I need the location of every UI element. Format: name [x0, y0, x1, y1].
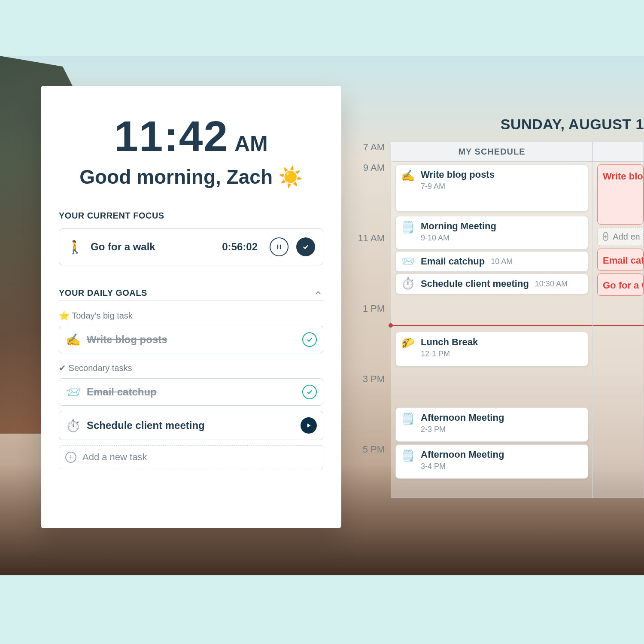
event-lunch[interactable]: 🌮 Lunch Break 12-1 PM: [395, 332, 588, 366]
col-head-other: [593, 142, 644, 161]
goal-sec1[interactable]: 📨 Email catchup: [59, 378, 323, 406]
col-my-schedule: ✍️ Write blog posts 7-9 AM 🗒️ Morning Me…: [391, 162, 593, 498]
writing-icon: ✍️: [401, 169, 415, 182]
complete-button[interactable]: [296, 237, 315, 256]
hour-label: 7 AM: [352, 142, 385, 162]
goal-sec1-label: Email catchup: [87, 386, 157, 398]
alt-event-write-blog[interactable]: Write blo: [597, 164, 644, 225]
hour-gutter: 7 AM 9 AM 11 AM 1 PM 3 PM 5 PM: [352, 142, 391, 498]
notepad-icon: 🗒️: [401, 412, 415, 425]
alt-add-entry[interactable]: + Add en: [597, 227, 644, 246]
add-task-label: Add a new task: [82, 452, 147, 463]
event-time: 10 AM: [491, 257, 513, 266]
event-schedule-client[interactable]: ⏱️ Schedule client meeting 10:30 AM: [395, 273, 588, 294]
walk-icon: 🚶: [67, 240, 83, 255]
goal-sec2-label: Schedule client meeting: [87, 419, 205, 431]
focus-timer: 0:56:02: [222, 241, 258, 253]
goal-sec1-check[interactable]: [302, 385, 317, 399]
event-morning-meeting[interactable]: 🗒️ Morning Meeting 9-10 AM: [395, 216, 588, 249]
event-title: Lunch Break: [421, 337, 478, 348]
big-task-subhead: ⭐ Today's big task: [59, 310, 323, 321]
plus-icon: +: [603, 232, 608, 241]
event-afternoon-2[interactable]: 🗒️ Afternoon Meeting 3-4 PM: [395, 444, 588, 479]
goals-heading: YOUR DAILY GOALS: [59, 288, 147, 298]
alt-add-label: Add en: [613, 232, 640, 242]
secondary-subhead: ✔ Secondary tasks: [59, 363, 323, 373]
hour-label: 3 PM: [352, 374, 385, 444]
focus-card: 11:42 AM Good morning, Zach ☀️ YOUR CURR…: [41, 86, 341, 528]
wallpaper-stage: 11:42 AM Good morning, Zach ☀️ YOUR CURR…: [0, 56, 644, 575]
focus-heading: YOUR CURRENT FOCUS: [59, 211, 323, 221]
hour-label: 9 AM: [352, 162, 385, 233]
event-title: Afternoon Meeting: [421, 412, 504, 423]
goal-big[interactable]: ✍️ Write blog posts: [59, 326, 323, 353]
event-write-blog[interactable]: ✍️ Write blog posts 7-9 AM: [395, 164, 588, 212]
event-time: 2-3 PM: [421, 425, 504, 434]
event-time: 10:30 AM: [535, 279, 568, 289]
focus-box: 🚶 Go for a walk 0:56:02: [59, 228, 323, 265]
clock-time: 11:42: [114, 112, 228, 161]
event-time: 12-1 PM: [421, 349, 478, 358]
event-time: 3-4 PM: [421, 462, 504, 471]
collapse-goals-button[interactable]: [313, 288, 323, 298]
taco-icon: 🌮: [401, 337, 415, 350]
add-task-button[interactable]: + Add a new task: [59, 445, 323, 469]
col-other: Write blo + Add en Email cat Go for a w: [593, 162, 644, 498]
email-icon: 📨: [65, 385, 81, 399]
date-heading: SUNDAY, AUGUST 1: [501, 116, 644, 133]
goal-sec2-play[interactable]: [301, 417, 317, 434]
event-email-catchup[interactable]: 📨 Email catchup 10 AM: [395, 251, 588, 272]
hour-label: 11 AM: [352, 233, 385, 303]
col-head-my-schedule: MY SCHEDULE: [391, 142, 593, 161]
event-afternoon-1[interactable]: 🗒️ Afternoon Meeting 2-3 PM: [395, 407, 588, 442]
pause-button[interactable]: [270, 237, 289, 256]
event-title: Afternoon Meeting: [421, 449, 504, 460]
schedule-header: MY SCHEDULE: [391, 142, 644, 162]
alt-event-walk[interactable]: Go for a w: [597, 273, 644, 296]
goal-big-check[interactable]: [302, 332, 317, 347]
writing-icon: ✍️: [65, 333, 81, 347]
schedule-grid: MY SCHEDULE ✍️ Write blog posts 7-9 AM: [391, 142, 644, 498]
event-time: 7-9 AM: [421, 182, 495, 191]
event-title: Email catchup: [421, 256, 485, 267]
notepad-icon: 🗒️: [401, 221, 415, 234]
focus-title: Go for a walk: [91, 241, 155, 253]
goal-big-label: Write blog posts: [87, 334, 167, 346]
alt-event-email[interactable]: Email cat: [597, 249, 644, 271]
stopwatch-icon: ⏱️: [65, 419, 81, 433]
stopwatch-icon: ⏱️: [401, 277, 415, 290]
goal-sec2[interactable]: ⏱️ Schedule client meeting: [59, 411, 323, 440]
schedule: 7 AM 9 AM 11 AM 1 PM 3 PM 5 PM MY SCHEDU…: [352, 142, 644, 498]
hour-label: 1 PM: [352, 303, 385, 374]
hour-label: 5 PM: [352, 444, 385, 495]
event-title: Write blog posts: [421, 169, 495, 180]
svg-marker-2: [307, 423, 311, 427]
clock: 11:42 AM: [59, 112, 323, 161]
email-icon: 📨: [401, 255, 415, 268]
notepad-icon: 🗒️: [401, 449, 415, 462]
greeting-text: Good morning, Zach ☀️: [59, 165, 323, 188]
clock-ampm: AM: [234, 131, 268, 156]
event-title: Schedule client meeting: [421, 278, 529, 289]
event-time: 9-10 AM: [421, 234, 496, 243]
event-title: Morning Meeting: [421, 221, 496, 232]
plus-icon: +: [65, 452, 76, 463]
